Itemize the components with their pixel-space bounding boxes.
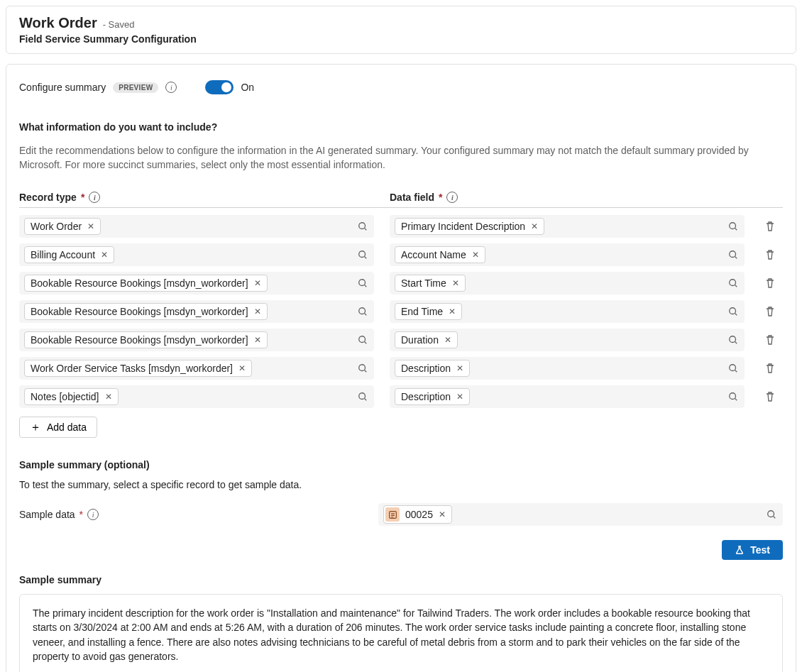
configure-summary-row: Configure summary PREVIEW i On [19,80,783,94]
data-field-lookup[interactable]: Primary Incident Description✕ [390,215,745,238]
remove-chip-icon[interactable]: ✕ [105,392,112,401]
add-data-button[interactable]: ＋ Add data [19,417,97,438]
remove-chip-icon[interactable]: ✕ [456,392,463,401]
remove-chip-icon[interactable]: ✕ [238,364,246,373]
info-icon[interactable]: i [165,82,177,93]
data-field-lookup[interactable]: Description✕ [390,385,745,408]
search-icon[interactable] [767,509,776,519]
delete-row-button[interactable] [760,302,780,321]
delete-row-button[interactable] [760,273,780,293]
delete-row-button[interactable] [760,387,780,407]
sample-data-label: Sample data * i [19,509,374,520]
svg-point-13 [730,393,736,400]
configure-summary-toggle[interactable] [205,80,234,94]
delete-row-button[interactable] [760,245,780,265]
info-icon[interactable]: i [89,192,100,203]
flask-icon [735,545,745,555]
remove-chip-icon[interactable]: ✕ [87,222,94,231]
record-type-column-header: Record type * i [19,192,374,203]
record-type-lookup[interactable]: Billing Account✕ [19,243,374,266]
data-field-column-header: Data field * i [390,192,745,203]
data-field-lookup[interactable]: Duration✕ [390,329,745,351]
search-icon[interactable] [358,363,368,373]
search-icon[interactable] [728,363,738,373]
record-type-chip[interactable]: Work Order Service Tasks [msdyn_workorde… [24,360,252,377]
include-heading: What information do you want to include? [19,121,783,133]
remove-chip-icon[interactable]: ✕ [254,336,261,344]
data-row: Bookable Resource Bookings [msdyn_workor… [19,300,783,323]
data-field-chip[interactable]: Primary Incident Description✕ [395,218,544,235]
record-type-lookup[interactable]: Work Order Service Tasks [msdyn_workorde… [19,357,374,380]
record-type-chip[interactable]: Notes [objectid]✕ [24,388,119,405]
svg-point-2 [359,251,366,258]
svg-point-1 [730,223,736,229]
work-order-entity-icon [385,507,400,522]
data-field-lookup[interactable]: End Time✕ [390,300,745,323]
search-icon[interactable] [358,392,368,402]
svg-point-5 [730,280,736,286]
data-field-chip[interactable]: Description✕ [395,360,470,377]
search-icon[interactable] [728,221,738,231]
data-field-chip[interactable]: Description✕ [395,388,470,405]
include-description: Edit the recommendations below to config… [19,144,783,172]
remove-chip-icon[interactable]: ✕ [444,336,451,344]
svg-point-8 [359,336,366,343]
sample-data-lookup[interactable]: 00025 ✕ [378,503,783,526]
info-icon[interactable]: i [87,509,99,520]
record-type-lookup[interactable]: Bookable Resource Bookings [msdyn_workor… [19,300,374,323]
svg-point-11 [730,365,736,371]
info-icon[interactable]: i [446,192,458,203]
search-icon[interactable] [728,307,738,316]
search-icon[interactable] [358,307,368,316]
record-type-lookup[interactable]: Bookable Resource Bookings [msdyn_workor… [19,272,374,294]
search-icon[interactable] [358,250,368,260]
svg-point-7 [730,308,736,314]
record-type-lookup[interactable]: Work Order✕ [19,215,374,238]
save-status: - Saved [103,19,135,30]
remove-chip-icon[interactable]: ✕ [101,250,108,259]
search-icon[interactable] [358,221,368,231]
remove-chip-icon[interactable]: ✕ [456,364,463,373]
record-type-chip[interactable]: Bookable Resource Bookings [msdyn_workor… [24,331,268,348]
remove-chip-icon[interactable]: ✕ [472,250,479,259]
data-field-lookup[interactable]: Start Time✕ [390,272,745,294]
data-row: Billing Account✕Account Name✕ [19,243,783,266]
search-icon[interactable] [358,335,368,345]
data-field-lookup[interactable]: Description✕ [390,357,745,380]
record-type-chip[interactable]: Bookable Resource Bookings [msdyn_workor… [24,303,268,320]
record-type-lookup[interactable]: Notes [objectid]✕ [19,385,374,408]
svg-point-3 [730,251,736,258]
svg-point-6 [359,308,366,314]
record-type-chip[interactable]: Work Order✕ [24,218,101,235]
data-row: Notes [objectid]✕Description✕ [19,385,783,408]
svg-point-9 [730,336,736,343]
remove-chip-icon[interactable]: ✕ [452,279,459,287]
search-icon[interactable] [358,278,368,288]
search-icon[interactable] [728,335,738,345]
test-button[interactable]: Test [722,540,783,560]
data-field-chip[interactable]: End Time✕ [395,303,462,320]
search-icon[interactable] [728,278,738,288]
data-field-chip[interactable]: Duration✕ [395,331,458,348]
search-icon[interactable] [728,250,738,260]
remove-chip-icon[interactable]: ✕ [531,222,538,231]
delete-row-button[interactable] [760,330,780,350]
search-icon[interactable] [728,392,738,402]
page-title: Work Order [19,15,97,31]
preview-badge: PREVIEW [113,82,158,93]
delete-row-button[interactable] [760,216,780,236]
data-field-lookup[interactable]: Account Name✕ [390,243,745,266]
delete-row-button[interactable] [760,358,780,378]
record-type-lookup[interactable]: Bookable Resource Bookings [msdyn_workor… [19,329,374,351]
sample-record-chip[interactable]: 00025 ✕ [383,505,452,524]
remove-chip-icon[interactable]: ✕ [254,279,261,287]
remove-chip-icon[interactable]: ✕ [439,510,446,519]
remove-chip-icon[interactable]: ✕ [449,307,456,316]
data-field-chip[interactable]: Account Name✕ [395,246,485,263]
record-type-chip[interactable]: Billing Account✕ [24,246,114,263]
data-field-chip[interactable]: Start Time✕ [395,275,466,292]
remove-chip-icon[interactable]: ✕ [254,307,261,316]
record-type-chip[interactable]: Bookable Resource Bookings [msdyn_workor… [24,275,268,292]
data-row: Bookable Resource Bookings [msdyn_workor… [19,272,783,294]
sample-summary-output-heading: Sample summary [19,574,783,585]
